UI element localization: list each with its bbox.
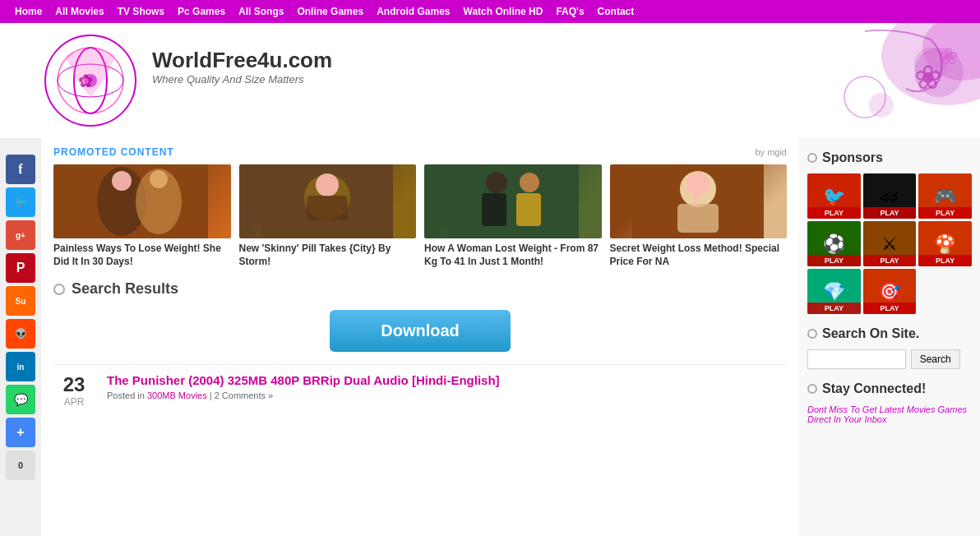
share-btn[interactable]: +: [6, 418, 35, 447]
stumbleupon-btn[interactable]: Su: [6, 286, 35, 316]
game-play-5: PLAY: [863, 255, 917, 266]
post-title[interactable]: The Punisher (2004) 325MB 480P BRRip Dua…: [107, 373, 500, 387]
game-thumb-8[interactable]: 🎯 PLAY: [863, 269, 917, 314]
nav-watchonline[interactable]: Watch Online HD: [457, 6, 550, 17]
promo-title-2: New 'Skinny' Pill Takes {City} By Storm!: [239, 243, 417, 268]
promoted-content-section: PROMOTED CONTENT by mgid: [53, 146, 787, 268]
game-thumb-4[interactable]: ⚽ PLAY: [807, 221, 861, 266]
search-heading: Search On Site.: [807, 326, 972, 341]
nav-contact[interactable]: Contact: [591, 6, 641, 17]
svg-text:✿: ✿: [78, 71, 93, 91]
svg-rect-32: [694, 196, 697, 206]
google-btn[interactable]: g+: [6, 220, 35, 250]
svg-rect-27: [516, 193, 541, 226]
svg-point-13: [869, 93, 894, 118]
linkedin-btn[interactable]: in: [6, 352, 35, 381]
download-button[interactable]: Download: [330, 310, 511, 352]
heading-dot: [53, 284, 65, 295]
site-tagline: Where Quality And Size Matters: [152, 73, 332, 85]
social-sidebar: f 🐦 g+ P Su 👽 in 💬 + 0: [0, 138, 41, 536]
site-logo: ✿: [41, 31, 140, 130]
search-button[interactable]: Search: [911, 349, 960, 369]
post-date: 23 APR: [53, 373, 95, 408]
site-header: ✿ WorldFree4u.com Where Quality And Size…: [0, 23, 980, 138]
game-play-7: PLAY: [807, 303, 861, 314]
header-text: WorldFree4u.com Where Quality And Size M…: [152, 31, 332, 85]
post-row: 23 APR The Punisher (2004) 325MB 480P BR…: [53, 364, 787, 416]
post-day: 23: [53, 373, 95, 396]
promo-card-3[interactable]: How A Woman Lost Weight - From 87 Kg To …: [424, 164, 602, 268]
reddit-btn[interactable]: 👽: [6, 319, 35, 349]
promo-title-3: How A Woman Lost Weight - From 87 Kg To …: [424, 243, 602, 268]
promo-card-2[interactable]: New 'Skinny' Pill Takes {City} By Storm!: [239, 164, 417, 268]
game-play-3: PLAY: [918, 207, 972, 219]
main-content: PROMOTED CONTENT by mgid: [41, 138, 799, 536]
search-results-heading: Search Results: [53, 280, 787, 298]
nav-home[interactable]: Home: [8, 6, 49, 17]
connected-dot: [807, 384, 817, 394]
header-decoration: ❀ ❀: [799, 23, 980, 124]
stay-connected-text: Dont Miss To Get Latest Movies Games Dir…: [807, 404, 972, 424]
svg-point-21: [316, 173, 339, 196]
promo-card-1[interactable]: Painless Ways To Lose Weight! She Did It…: [53, 164, 231, 268]
post-month: APR: [53, 396, 95, 408]
facebook-btn[interactable]: f: [6, 155, 35, 184]
twitter-btn[interactable]: 🐦: [6, 187, 35, 217]
game-thumb-5[interactable]: ⚔ PLAY: [863, 221, 917, 266]
game-play-2: PLAY: [863, 207, 917, 219]
nav-androidgames[interactable]: Android Games: [370, 6, 456, 17]
promo-image-1: [53, 164, 231, 238]
game-play-6: PLAY: [918, 255, 972, 266]
nav-onlinegames[interactable]: Online Games: [290, 6, 370, 17]
post-meta-suffix: | 2 Comments »: [210, 390, 273, 400]
svg-point-24: [486, 172, 507, 193]
promo-image-3: [424, 164, 602, 238]
search-title: Search On Site.: [822, 326, 919, 341]
game-play-1: PLAY: [807, 207, 861, 219]
promo-title-1: Painless Ways To Lose Weight! She Did It…: [53, 243, 231, 268]
promo-image-4: [610, 164, 788, 238]
mgid-credit: by mgid: [755, 147, 787, 157]
promo-title-4: Secret Weight Loss Method! Special Price…: [610, 243, 788, 268]
svg-point-30: [686, 173, 710, 196]
game-thumb-2[interactable]: 🏎 PLAY: [863, 173, 917, 219]
promoted-label: PROMOTED CONTENT: [53, 146, 174, 158]
game-play-4: PLAY: [807, 255, 861, 266]
svg-text:❀: ❀: [914, 59, 942, 95]
whatsapp-btn[interactable]: 💬: [6, 385, 35, 414]
svg-point-25: [520, 173, 539, 192]
top-navigation: Home All Movies TV Shows Pc Games All So…: [0, 0, 980, 23]
search-dot: [807, 329, 817, 339]
games-grid: 🐦 PLAY 🏎 PLAY 🎮 PLAY ⚽ PLAY ⚔ PLAY 🍄: [807, 173, 972, 314]
sponsors-heading: Sponsors: [807, 150, 972, 165]
stay-connected-heading: Stay Connected!: [807, 381, 972, 396]
nav-songs[interactable]: All Songs: [232, 6, 290, 17]
post-meta: Posted in 300MB Movies | 2 Comments »: [107, 390, 500, 400]
search-results-title: Search Results: [72, 280, 178, 298]
search-section: Search: [807, 349, 972, 369]
game-thumb-3[interactable]: 🎮 PLAY: [918, 173, 972, 219]
post-meta-tag[interactable]: 300MB Movies: [147, 390, 207, 400]
game-thumb-6[interactable]: 🍄 PLAY: [918, 221, 972, 266]
game-thumb-1[interactable]: 🐦 PLAY: [807, 173, 861, 219]
post-content: The Punisher (2004) 325MB 480P BRRip Dua…: [107, 373, 500, 408]
search-input[interactable]: [807, 349, 906, 369]
site-title: WorldFree4u.com: [152, 48, 332, 73]
svg-rect-31: [677, 204, 719, 233]
nav-pcgames[interactable]: Pc Games: [171, 6, 232, 17]
right-sidebar: Sponsors 🐦 PLAY 🏎 PLAY 🎮 PLAY ⚽ PLAY ⚔: [799, 138, 980, 536]
nav-movies[interactable]: All Movies: [49, 6, 110, 17]
game-thumb-7[interactable]: 💎 PLAY: [807, 269, 861, 314]
svg-point-17: [112, 171, 132, 191]
game-play-8: PLAY: [863, 303, 917, 314]
share-count: 0: [6, 451, 35, 480]
post-meta-prefix: Posted in: [107, 390, 145, 400]
svg-point-18: [150, 170, 168, 188]
promo-card-4[interactable]: Secret Weight Loss Method! Special Price…: [610, 164, 788, 268]
nav-faqs[interactable]: FAQ's: [549, 6, 590, 17]
stay-connected-title: Stay Connected!: [822, 381, 926, 396]
page-body: f 🐦 g+ P Su 👽 in 💬 + 0 PROMOTED CONTENT …: [0, 138, 980, 536]
pinterest-btn[interactable]: P: [6, 253, 35, 283]
svg-rect-22: [307, 196, 348, 220]
nav-tvshows[interactable]: TV Shows: [111, 6, 171, 17]
